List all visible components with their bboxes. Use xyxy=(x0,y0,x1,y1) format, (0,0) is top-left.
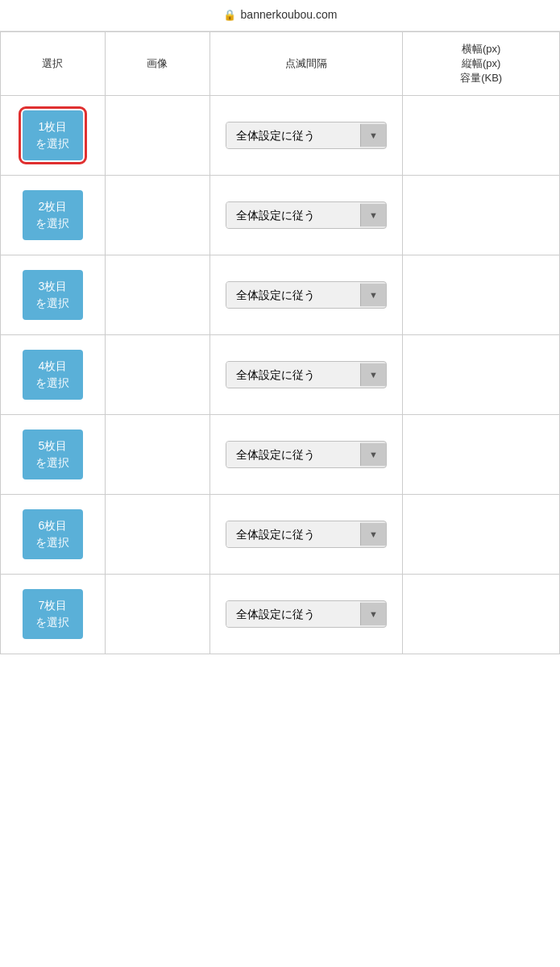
dropdown-arrow-7[interactable]: ▼ xyxy=(360,603,386,625)
info-cell-4 xyxy=(403,335,560,415)
address-bar: 🔒 bannerkoubou.com xyxy=(0,0,560,31)
select-cell-2: 2枚目を選択 xyxy=(1,176,106,255)
info-cell-1 xyxy=(403,96,560,176)
dropdown-arrow-1[interactable]: ▼ xyxy=(360,124,386,147)
select-cell-3: 3枚目を選択 xyxy=(1,255,106,335)
main-table: 選択 画像 点滅間隔 横幅(px)縦幅(px)容量(KB) 1枚目を選択全体設定… xyxy=(0,31,560,654)
dropdown-arrow-3[interactable]: ▼ xyxy=(360,284,386,306)
select-cell-1: 1枚目を選択 xyxy=(1,96,106,176)
interval-cell-4: 全体設定に従う0.5秒1秒2秒3秒5秒▼ xyxy=(209,335,403,415)
interval-select-7[interactable]: 全体設定に従う0.5秒1秒2秒3秒5秒 xyxy=(226,601,360,627)
select-cell-7: 7枚目を選択 xyxy=(1,575,106,654)
image-cell-6 xyxy=(105,495,209,575)
interval-cell-7: 全体設定に従う0.5秒1秒2秒3秒5秒▼ xyxy=(209,575,403,654)
table-row: 4枚目を選択全体設定に従う0.5秒1秒2秒3秒5秒▼ xyxy=(1,335,560,415)
header-select: 選択 xyxy=(1,32,106,96)
interval-cell-3: 全体設定に従う0.5秒1秒2秒3秒5秒▼ xyxy=(209,255,403,335)
info-cell-5 xyxy=(403,415,560,495)
image-cell-7 xyxy=(105,575,209,654)
table-row: 7枚目を選択全体設定に従う0.5秒1秒2秒3秒5秒▼ xyxy=(1,575,560,654)
info-cell-7 xyxy=(403,575,560,654)
interval-select-5[interactable]: 全体設定に従う0.5秒1秒2秒3秒5秒 xyxy=(226,442,360,467)
interval-cell-6: 全体設定に従う0.5秒1秒2秒3秒5秒▼ xyxy=(209,495,403,575)
interval-select-4[interactable]: 全体設定に従う0.5秒1秒2秒3秒5秒 xyxy=(226,362,360,388)
select-button-2[interactable]: 2枚目を選択 xyxy=(23,190,83,240)
select-cell-5: 5枚目を選択 xyxy=(1,415,106,495)
table-row: 6枚目を選択全体設定に従う0.5秒1秒2秒3秒5秒▼ xyxy=(1,495,560,575)
select-button-5[interactable]: 5枚目を選択 xyxy=(23,430,83,479)
lock-icon: 🔒 xyxy=(223,9,236,21)
header-image: 画像 xyxy=(105,32,209,96)
url-text: bannerkoubou.com xyxy=(241,8,338,21)
interval-select-1[interactable]: 全体設定に従う0.5秒1秒2秒3秒5秒 xyxy=(226,122,360,148)
table-row: 2枚目を選択全体設定に従う0.5秒1秒2秒3秒5秒▼ xyxy=(1,176,560,255)
dropdown-arrow-2[interactable]: ▼ xyxy=(360,204,386,226)
interval-cell-2: 全体設定に従う0.5秒1秒2秒3秒5秒▼ xyxy=(209,176,403,255)
select-cell-4: 4枚目を選択 xyxy=(1,335,106,415)
dropdown-arrow-6[interactable]: ▼ xyxy=(360,523,386,546)
dropdown-arrow-4[interactable]: ▼ xyxy=(360,363,386,386)
header-info: 横幅(px)縦幅(px)容量(KB) xyxy=(403,32,560,96)
select-button-7[interactable]: 7枚目を選択 xyxy=(23,589,83,639)
table-header-row: 選択 画像 点滅間隔 横幅(px)縦幅(px)容量(KB) xyxy=(1,32,560,96)
interval-cell-5: 全体設定に従う0.5秒1秒2秒3秒5秒▼ xyxy=(209,415,403,495)
select-button-4[interactable]: 4枚目を選択 xyxy=(23,350,83,400)
image-cell-4 xyxy=(105,335,209,415)
table-row: 1枚目を選択全体設定に従う0.5秒1秒2秒3秒5秒▼ xyxy=(1,96,560,176)
table-row: 5枚目を選択全体設定に従う0.5秒1秒2秒3秒5秒▼ xyxy=(1,415,560,495)
select-cell-6: 6枚目を選択 xyxy=(1,495,106,575)
interval-select-2[interactable]: 全体設定に従う0.5秒1秒2秒3秒5秒 xyxy=(226,202,360,228)
select-button-1[interactable]: 1枚目を選択 xyxy=(23,110,83,160)
image-cell-3 xyxy=(105,255,209,335)
interval-select-3[interactable]: 全体設定に従う0.5秒1秒2秒3秒5秒 xyxy=(226,282,360,308)
info-cell-6 xyxy=(403,495,560,575)
dropdown-arrow-5[interactable]: ▼ xyxy=(360,443,386,466)
select-button-3[interactable]: 3枚目を選択 xyxy=(23,270,83,320)
image-cell-5 xyxy=(105,415,209,495)
table-row: 3枚目を選択全体設定に従う0.5秒1秒2秒3秒5秒▼ xyxy=(1,255,560,335)
table-container: 選択 画像 点滅間隔 横幅(px)縦幅(px)容量(KB) 1枚目を選択全体設定… xyxy=(0,31,560,654)
select-button-6[interactable]: 6枚目を選択 xyxy=(23,509,83,559)
info-cell-2 xyxy=(403,176,560,255)
header-interval: 点滅間隔 xyxy=(209,32,403,96)
image-cell-1 xyxy=(105,96,209,176)
interval-select-6[interactable]: 全体設定に従う0.5秒1秒2秒3秒5秒 xyxy=(226,521,360,547)
interval-cell-1: 全体設定に従う0.5秒1秒2秒3秒5秒▼ xyxy=(209,96,403,176)
info-cell-3 xyxy=(403,255,560,335)
image-cell-2 xyxy=(105,176,209,255)
